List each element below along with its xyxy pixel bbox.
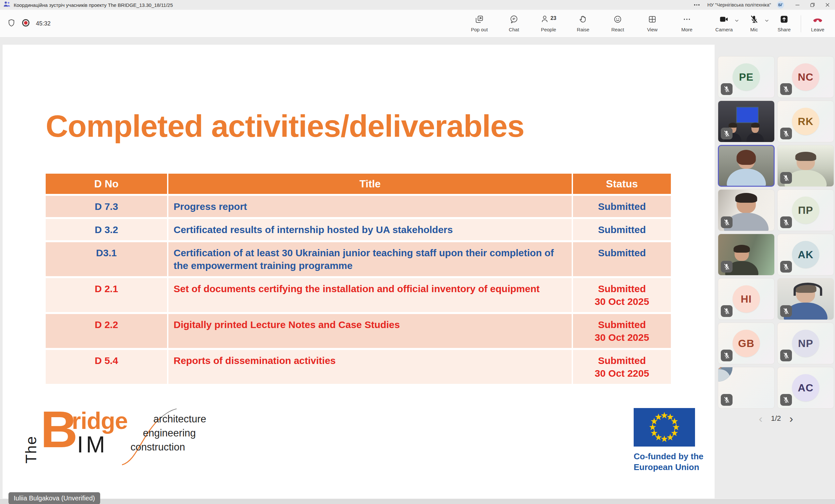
participant-video-tile[interactable]: [718, 101, 775, 142]
recording-indicator-icon[interactable]: [22, 19, 30, 28]
avatar-circle: AC: [792, 374, 819, 402]
participant-avatar-tile[interactable]: RK: [777, 101, 834, 142]
person-hair: [795, 283, 816, 293]
pop-out-icon: [475, 15, 484, 25]
table-cell-status: Submitted 30 Oct 2025: [573, 314, 671, 348]
leave-button[interactable]: Leave: [809, 15, 827, 32]
shared-presentation-slide: Completed activities/deliverables D NoTi…: [3, 45, 715, 499]
participant-grid: PE NC RK: [718, 56, 834, 409]
avatar-circle: GB: [733, 330, 760, 357]
table-header-cell: D No: [46, 174, 167, 194]
avatar-circle: NC: [792, 63, 819, 91]
participant-video-tile[interactable]: [718, 189, 775, 231]
avatar-circle: PE: [733, 63, 760, 91]
person-head: [752, 123, 759, 133]
react-button[interactable]: React: [609, 15, 627, 32]
mic-muted-badge: [780, 394, 792, 406]
leave-call-icon: [812, 15, 823, 25]
minimize-button[interactable]: [790, 0, 805, 10]
avatar-circle: ПР: [792, 197, 819, 224]
table-cell-status: Submitted 30 Oct 2025: [573, 278, 671, 312]
table-cell-title: Digitally printed Lecture Notes and Case…: [168, 314, 572, 348]
person-hair: [729, 123, 737, 128]
participant-video-tile[interactable]: [718, 367, 775, 409]
avatar-initials: RK: [798, 116, 813, 128]
security-shield-icon[interactable]: [7, 19, 16, 28]
mic-muted-badge: [721, 349, 733, 361]
camera-options-chevron[interactable]: [733, 18, 741, 24]
person-body: [727, 169, 766, 186]
participant-video-tile[interactable]: [718, 145, 775, 187]
meeting-title: Координаційна зустріч учасників проекту …: [14, 2, 173, 8]
mic-muted-badge: [780, 128, 792, 139]
mic-muted-icon: [750, 15, 759, 25]
participant-video-tile[interactable]: [777, 278, 834, 320]
person-hair: [795, 152, 816, 161]
presenter-name-label: Iuliia Bulgakova (Unverified): [8, 492, 100, 504]
mic-options-chevron[interactable]: [763, 18, 771, 24]
table-cell-title: Reports of dissemination activities: [168, 350, 572, 384]
participant-avatar-tile[interactable]: NC: [777, 56, 834, 98]
mic-muted-badge: [721, 217, 733, 228]
person-silhouette: [747, 123, 764, 142]
meeting-timer: 45:32: [36, 20, 50, 27]
table-cell-status: Submitted 30 Oct 2205: [573, 350, 671, 384]
participant-video-tile[interactable]: [718, 234, 775, 276]
logo-the-text: The: [22, 418, 40, 464]
avatar-initials: NC: [798, 71, 813, 83]
camera-button[interactable]: Camera: [715, 15, 733, 32]
person-silhouette: [718, 367, 731, 382]
restore-button[interactable]: [805, 0, 820, 10]
mic-muted-badge: [780, 217, 792, 228]
previous-page-button[interactable]: ‹: [759, 413, 762, 424]
more-button[interactable]: More: [678, 15, 696, 32]
mic-muted-badge: [780, 83, 792, 95]
page-indicator: 1/2: [771, 414, 781, 423]
table-header-cell: Title: [168, 174, 572, 194]
table-cell-status: Submitted: [573, 242, 671, 276]
participant-avatar-tile[interactable]: AK: [777, 234, 834, 276]
meeting-stage: Completed activities/deliverables D NoTi…: [0, 38, 835, 500]
table-cell-dno: D 2.2: [46, 314, 167, 348]
table-cell-title: Certificated results of internship hoste…: [168, 219, 572, 240]
next-page-button[interactable]: ›: [789, 413, 793, 424]
table-cell-title: Certification of at least 30 Ukrainian j…: [168, 242, 572, 276]
participant-avatar-tile[interactable]: AC: [777, 367, 834, 409]
avatar-circle: RK: [792, 108, 819, 135]
eu-funding-block: Co-funded by the European Union: [634, 408, 712, 472]
chat-button[interactable]: Chat: [505, 15, 523, 32]
person-head: [736, 194, 756, 213]
table-cell-dno: D3.1: [46, 242, 167, 276]
titlebar-more-options-button[interactable]: [692, 3, 701, 7]
person-body: [747, 133, 764, 142]
person-body: [718, 369, 731, 382]
participant-avatar-tile[interactable]: HI: [718, 278, 775, 320]
mic-muted-badge: [721, 305, 733, 317]
participant-avatar-tile[interactable]: GB: [718, 323, 775, 364]
table-header-cell: Status: [573, 174, 671, 194]
people-button[interactable]: 23 People: [540, 15, 557, 32]
tile-pagination: ‹ 1/2 ›: [718, 412, 834, 424]
people-icon: [541, 15, 550, 25]
avatar-initials: AC: [798, 382, 813, 394]
pop-out-button[interactable]: Pop out: [470, 15, 488, 32]
window-bottom-edge: [0, 500, 835, 504]
logo-tagline: architecture engineering construction: [123, 412, 224, 454]
avatar-initials: GB: [738, 338, 754, 349]
participant-avatar-tile[interactable]: ПР: [777, 189, 834, 231]
raise-hand-button[interactable]: Raise: [574, 15, 592, 32]
share-button[interactable]: Share: [775, 15, 793, 32]
user-initials-badge[interactable]: БГ: [777, 1, 784, 8]
person-hair: [718, 367, 725, 367]
mic-button[interactable]: Mic: [745, 15, 763, 32]
person-hair: [751, 123, 760, 128]
camera-icon: [719, 15, 729, 25]
participant-avatar-tile[interactable]: NP: [777, 323, 834, 364]
mic-muted-badge: [780, 349, 792, 361]
person-head: [796, 284, 815, 303]
close-button[interactable]: [820, 0, 835, 10]
participant-avatar-tile[interactable]: PE: [718, 56, 775, 98]
participant-video-tile[interactable]: [777, 145, 834, 187]
window-titlebar: Координаційна зустріч учасників проекту …: [0, 0, 835, 10]
view-button[interactable]: View: [644, 15, 661, 32]
